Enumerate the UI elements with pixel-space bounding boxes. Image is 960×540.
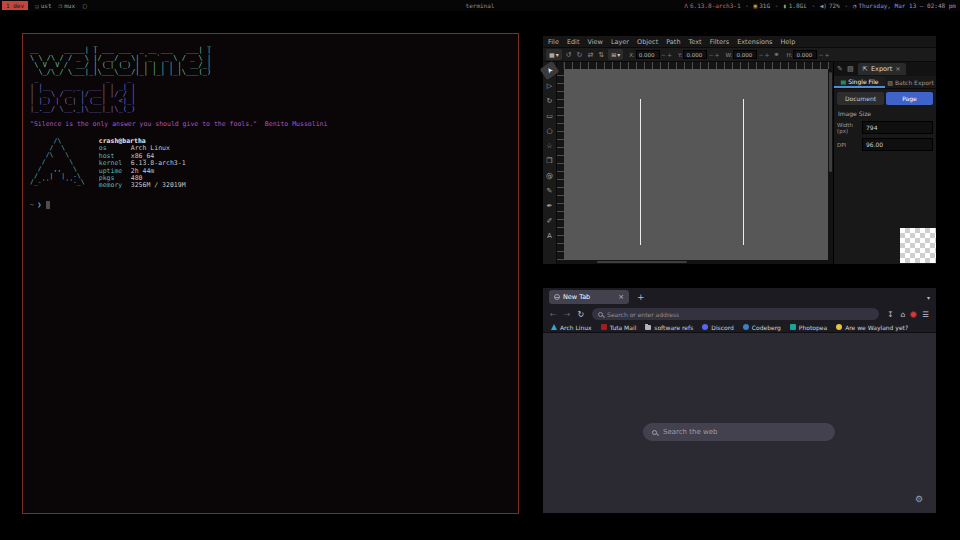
bookmark-tuta-mail[interactable]: Tuta Mail bbox=[601, 324, 637, 331]
bookmark-software-refs-folder[interactable]: software refs bbox=[645, 324, 693, 331]
canvas-horizontal-scrollbar[interactable] bbox=[557, 260, 833, 264]
inkscape-toolbox: ➤ ▷ ↻ ▭ ○ ☆ ❒ @ ✎ ✒ ✐ A bbox=[543, 62, 557, 264]
home-icon[interactable]: ⌂ bbox=[899, 310, 908, 319]
bookmark-arch-linux[interactable]: Arch Linux bbox=[551, 324, 592, 331]
y-coordinate-field[interactable]: Y: 0.000 − + bbox=[678, 50, 720, 59]
width-px-label: Width (px) bbox=[837, 122, 859, 134]
tool-pencil[interactable]: ✎ bbox=[543, 183, 556, 198]
tool-pen[interactable]: ✒ bbox=[543, 198, 556, 213]
close-icon[interactable]: × bbox=[895, 65, 900, 73]
tool-ellipse[interactable]: ○ bbox=[543, 123, 556, 138]
bookmark-label: Photopea bbox=[799, 324, 827, 331]
increment-button[interactable]: + bbox=[667, 51, 672, 58]
url-bar[interactable]: Search or enter address bbox=[592, 308, 879, 320]
menu-extensions[interactable]: Extensions bbox=[737, 38, 772, 46]
tab-close-icon[interactable]: × bbox=[618, 293, 624, 301]
personalize-gear-icon[interactable]: ⚙ bbox=[915, 494, 923, 504]
w-label: W: bbox=[725, 52, 732, 58]
tool-spiral[interactable]: @ bbox=[543, 168, 556, 183]
decrement-button[interactable]: − bbox=[758, 51, 763, 58]
x-coordinate-field[interactable]: X: 0.000 − + bbox=[629, 50, 672, 59]
scrollbar-thumb[interactable] bbox=[597, 261, 687, 263]
bookmark-label: software refs bbox=[654, 324, 693, 331]
horizontal-ruler bbox=[564, 62, 833, 69]
w-value[interactable]: 0.000 bbox=[733, 50, 757, 59]
tool-node-editor[interactable]: ▷ bbox=[543, 78, 556, 93]
tool-calligraphy[interactable]: ✐ bbox=[543, 213, 556, 228]
export-icon: ⇱ bbox=[863, 65, 868, 73]
tool-star[interactable]: ☆ bbox=[543, 138, 556, 153]
x-value[interactable]: 0.000 bbox=[636, 50, 660, 59]
flip-vertical-icon[interactable]: ⇅ bbox=[597, 51, 605, 59]
page-button[interactable]: Page bbox=[886, 92, 933, 105]
width-field[interactable]: W: 0.000 − + bbox=[725, 50, 769, 59]
menu-help[interactable]: Help bbox=[780, 38, 795, 46]
height-field[interactable]: H: 0.000 − + bbox=[786, 50, 829, 59]
ascii-art-back: _ _ _ | |__ __ _ ___| | _| | | '_ \ / _`… bbox=[30, 76, 511, 112]
reload-button[interactable]: ↻ bbox=[575, 310, 586, 319]
arch-icon: Λ bbox=[684, 2, 688, 9]
bookmark-photopea[interactable]: Photopea bbox=[790, 324, 827, 331]
terminal-window[interactable]: _ _ __ _____| | ___ ___ _ __ ___ ___| | … bbox=[22, 33, 519, 514]
arch-linux-icon bbox=[551, 324, 557, 330]
tool-3dbox[interactable]: ❒ bbox=[543, 153, 556, 168]
shell-prompt[interactable]: ~ ❯ bbox=[30, 201, 511, 209]
batch-export-tab[interactable]: ▨ Batch Export bbox=[885, 76, 936, 88]
scrollbar-thumb[interactable] bbox=[829, 72, 832, 172]
increment-button[interactable]: + bbox=[714, 51, 719, 58]
new-tab-button[interactable]: + bbox=[637, 292, 645, 302]
menu-layer[interactable]: Layer bbox=[611, 38, 629, 46]
align-dropdown[interactable]: ⊞ ▾ bbox=[608, 49, 623, 60]
tool-rectangle[interactable]: ▭ bbox=[543, 108, 556, 123]
inkscape-canvas[interactable] bbox=[564, 69, 828, 260]
web-search-box[interactable]: Search the web bbox=[643, 423, 835, 441]
decrement-button[interactable]: − bbox=[661, 51, 666, 58]
active-tab[interactable]: New Tab × bbox=[549, 290, 629, 304]
menu-hamburger-icon[interactable]: ☰ bbox=[920, 310, 931, 319]
tool-text[interactable]: A bbox=[543, 228, 556, 243]
menu-edit[interactable]: Edit bbox=[567, 38, 580, 46]
pencil-dialog-icon[interactable]: ✎ bbox=[837, 65, 843, 73]
bookmark-codeberg[interactable]: Codeberg bbox=[743, 324, 781, 331]
decrement-button[interactable]: − bbox=[708, 51, 713, 58]
rotate-cw-icon[interactable]: ↻ bbox=[576, 51, 584, 59]
menu-view[interactable]: View bbox=[587, 38, 602, 46]
list-tabs-chevron-icon[interactable]: ▾ bbox=[927, 294, 930, 301]
dialog-tab-bar: ✎ ▧ ⇱ Export × bbox=[834, 62, 936, 76]
flip-horizontal-icon[interactable]: ⇄ bbox=[586, 51, 594, 59]
menu-filters[interactable]: Filters bbox=[710, 38, 729, 46]
bookmark-discord[interactable]: Discord bbox=[702, 324, 734, 331]
tool-controls-bar: ▦ ▾ ↺ ↻ ⇄ ⇅ ⊞ ▾ X: 0.000 − + Y: 0.000 − … bbox=[543, 48, 936, 62]
rotate-ccw-icon[interactable]: ↺ bbox=[565, 51, 573, 59]
y-value[interactable]: 0.000 bbox=[683, 50, 707, 59]
menu-path[interactable]: Path bbox=[666, 38, 680, 46]
wayland-icon bbox=[836, 324, 842, 330]
forward-button[interactable]: → bbox=[562, 310, 573, 319]
tool-tweak[interactable]: ↻ bbox=[543, 93, 556, 108]
h-value[interactable]: 0.000 bbox=[793, 50, 817, 59]
extension-red-icon[interactable] bbox=[910, 311, 917, 318]
inkscape-window[interactable]: File Edit View Layer Object Path Text Fi… bbox=[543, 36, 936, 264]
increment-button[interactable]: + bbox=[824, 51, 829, 58]
export-dialog-tab[interactable]: ⇱ Export × bbox=[858, 63, 906, 75]
bookmark-label: Tuta Mail bbox=[610, 324, 637, 331]
menu-file[interactable]: File bbox=[548, 38, 559, 46]
back-button[interactable]: ← bbox=[548, 310, 559, 319]
bookmark-are-we-wayland-yet[interactable]: Are we Wayland yet? bbox=[836, 324, 908, 331]
menu-text[interactable]: Text bbox=[689, 38, 702, 46]
export-dpi-input[interactable]: 96.00 bbox=[862, 138, 933, 151]
swatches-dialog-icon[interactable]: ▧ bbox=[847, 65, 854, 73]
browser-nav-bar: ← → ↻ Search or enter address ↧ ⌂ ☰ bbox=[543, 306, 936, 322]
decrement-button[interactable]: − bbox=[818, 51, 823, 58]
codeberg-icon bbox=[743, 324, 749, 330]
increment-button[interactable]: + bbox=[764, 51, 769, 58]
downloads-icon[interactable]: ↧ bbox=[885, 310, 895, 319]
chevron-down-icon: ▾ bbox=[617, 51, 620, 58]
lock-ratio-icon[interactable]: ⚭ bbox=[773, 51, 781, 59]
selection-mode-dropdown[interactable]: ▦ ▾ bbox=[546, 49, 562, 60]
export-width-input[interactable]: 794 bbox=[862, 121, 933, 134]
menu-object[interactable]: Object bbox=[637, 38, 658, 46]
document-button[interactable]: Document bbox=[837, 92, 884, 105]
single-file-tab[interactable]: ▤ Single File bbox=[834, 76, 885, 88]
browser-window[interactable]: New Tab × + ▾ ← → ↻ Search or enter addr… bbox=[543, 288, 936, 513]
